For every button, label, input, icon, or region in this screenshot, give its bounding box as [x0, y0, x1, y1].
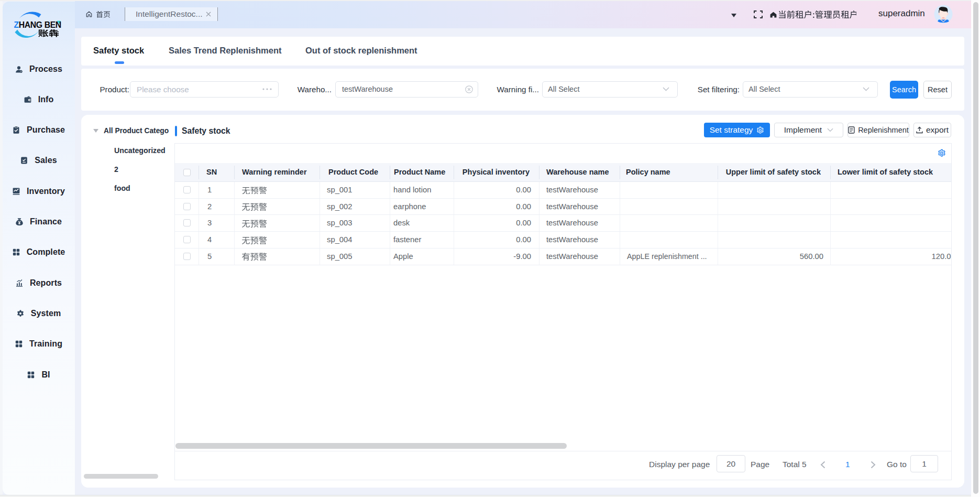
svg-text:ZHANG BEN: ZHANG BEN [14, 20, 61, 29]
